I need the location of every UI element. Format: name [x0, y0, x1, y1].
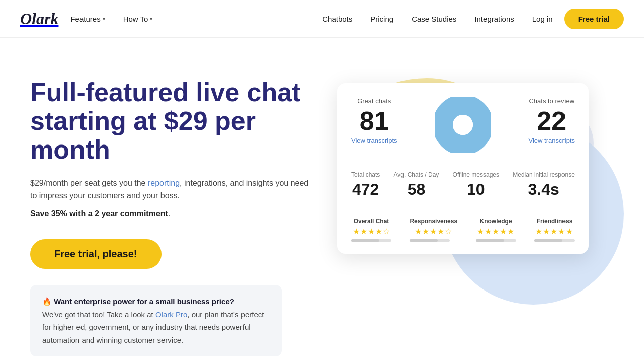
- overall-bar-fill: [351, 239, 379, 242]
- stat-offline: Offline messages 10: [453, 171, 500, 199]
- stat-total-chats: Total chats 472: [351, 171, 380, 199]
- avg-chats-label: Avg. Chats / Day: [394, 171, 439, 178]
- chats-review-stat: Chats to review 22 View transcripts: [528, 97, 575, 144]
- enterprise-text1: We've got that too! Take a look at: [42, 310, 155, 319]
- response-value: 3.4s: [513, 180, 575, 199]
- card-top: Great chats 81 View transcripts: [351, 97, 575, 153]
- headline-part2: starting at: [30, 106, 164, 135]
- knowledge-stars: ★★★★★: [476, 227, 516, 236]
- responsiveness-stars: ★★★★☆: [410, 227, 457, 236]
- friendliness-bar-fill: [534, 239, 562, 242]
- headline-part3: month: [30, 135, 110, 164]
- friendliness-label: Friendliness: [534, 217, 575, 225]
- responsiveness-label: Responsiveness: [410, 217, 457, 225]
- nav-center-links: Chatbots Pricing Case Studies Integratio…: [315, 9, 624, 29]
- svg-point-2: [453, 115, 473, 135]
- total-chats-label: Total chats: [351, 171, 380, 178]
- hero-right: Great chats 81 View transcripts: [332, 68, 614, 310]
- great-chats-stat: Great chats 81 View transcripts: [351, 97, 397, 144]
- nav-features[interactable]: Features ▾: [63, 11, 112, 27]
- save-text: Save 35% with a 2 year commitment: [30, 209, 168, 218]
- nav-case-studies[interactable]: Case Studies: [405, 11, 463, 27]
- hero-headline: Full-featured live chat starting at $29 …: [30, 78, 312, 165]
- responsiveness-bar: [410, 239, 450, 242]
- enterprise-box: 🔥 Want enterprise power for a small busi…: [30, 285, 282, 356]
- nav-links: Features ▾ How To ▾: [63, 11, 159, 27]
- friendliness-stars: ★★★★★: [534, 227, 575, 236]
- nav-login[interactable]: Log in: [525, 11, 560, 27]
- friendliness-bar: [534, 239, 575, 242]
- pie-chart: [435, 97, 491, 153]
- overall-bar: [351, 239, 391, 242]
- chats-review-label: Chats to review: [528, 97, 575, 105]
- headline-part1: Full-featured live chat: [30, 78, 300, 107]
- nav-integrations[interactable]: Integrations: [467, 11, 521, 27]
- knowledge-bar: [476, 239, 516, 242]
- hero-cta-button[interactable]: Free trial, please!: [30, 239, 162, 269]
- features-label: Features: [70, 15, 100, 23]
- nav-left: Olark Features ▾ How To ▾: [20, 10, 159, 28]
- chats-review-value: 22: [528, 108, 575, 134]
- stat-response: Median initial response 3.4s: [513, 171, 575, 199]
- dashboard-card: Great chats 81 View transcripts: [337, 83, 589, 254]
- olark-pro-link[interactable]: Olark Pro: [155, 310, 187, 319]
- total-chats-value: 472: [351, 180, 380, 199]
- navbar: Olark Features ▾ How To ▾ Chatbots Prici…: [0, 0, 644, 38]
- great-chats-link[interactable]: View transcripts: [351, 137, 397, 144]
- case-studies-label: Case Studies: [412, 15, 456, 23]
- enterprise-emoji: 🔥: [42, 297, 52, 306]
- knowledge-label: Knowledge: [476, 217, 516, 225]
- stat-avg-chats: Avg. Chats / Day 58: [394, 171, 439, 199]
- pie-svg: [435, 97, 491, 153]
- avg-chats-value: 58: [394, 180, 439, 199]
- logo-text: Olark: [20, 10, 58, 28]
- response-label: Median initial response: [513, 171, 575, 178]
- ratings-row: Overall Chat ★★★★☆ Responsiveness ★★★★☆ …: [351, 217, 575, 242]
- nav-free-trial-button[interactable]: Free trial: [564, 9, 624, 29]
- nav-pricing[interactable]: Pricing: [363, 11, 400, 27]
- card-divider-2: [351, 209, 575, 209]
- card-divider-1: [351, 163, 575, 163]
- integrations-label: Integrations: [474, 15, 514, 23]
- responsiveness-bar-fill: [410, 239, 438, 242]
- knowledge-bar-fill: [476, 239, 504, 242]
- hero-left: Full-featured live chat starting at $29 …: [30, 68, 312, 356]
- reporting-link[interactable]: reporting: [148, 179, 180, 187]
- rating-overall: Overall Chat ★★★★☆: [351, 217, 391, 242]
- nav-howto[interactable]: How To ▾: [116, 11, 160, 27]
- headline-price: $29 per: [164, 106, 256, 135]
- hero-subtext-bold: Save 35% with a 2 year commitment.: [30, 207, 312, 221]
- great-chats-value: 81: [351, 108, 397, 134]
- hero-subtext: $29/month per seat gets you the reportin…: [30, 177, 312, 202]
- rating-friendliness: Friendliness ★★★★★: [534, 217, 575, 242]
- features-chevron-icon: ▾: [103, 16, 105, 22]
- nav-chatbots[interactable]: Chatbots: [315, 11, 359, 27]
- chats-review-link[interactable]: View transcripts: [528, 137, 575, 144]
- hero-section: Full-featured live chat starting at $29 …: [0, 38, 644, 363]
- overall-label: Overall Chat: [351, 217, 391, 225]
- offline-value: 10: [453, 180, 500, 199]
- logo[interactable]: Olark: [20, 10, 58, 28]
- rating-knowledge: Knowledge ★★★★★: [476, 217, 516, 242]
- period: .: [168, 209, 170, 218]
- enterprise-headline: Want enterprise power for a small busine…: [54, 297, 234, 306]
- howto-label: How To: [123, 15, 148, 23]
- offline-label: Offline messages: [453, 171, 500, 178]
- overall-stars: ★★★★☆: [351, 227, 391, 236]
- rating-responsiveness: Responsiveness ★★★★☆: [410, 217, 457, 242]
- subtext-1: $29/month per seat gets you the: [30, 179, 148, 187]
- pricing-label: Pricing: [370, 15, 393, 23]
- great-chats-label: Great chats: [351, 97, 397, 105]
- howto-chevron-icon: ▾: [150, 16, 152, 22]
- stats-row: Total chats 472 Avg. Chats / Day 58 Offl…: [351, 171, 575, 199]
- chatbots-label: Chatbots: [322, 15, 352, 23]
